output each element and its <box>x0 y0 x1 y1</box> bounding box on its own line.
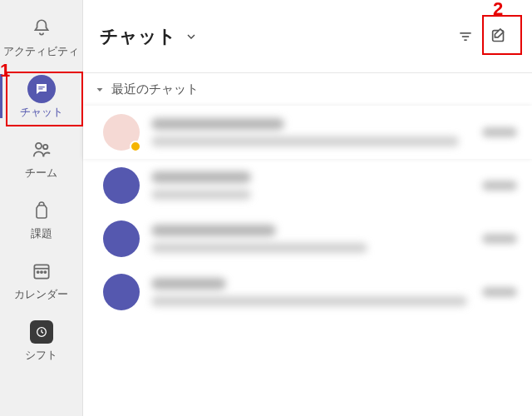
caret-down-icon <box>95 85 105 95</box>
chat-preview <box>151 171 470 200</box>
rail-item-assignments[interactable]: 課題 <box>0 187 82 248</box>
page-title: チャット <box>100 24 176 49</box>
presence-away-icon <box>130 141 141 152</box>
chat-time <box>482 181 517 191</box>
header-title-group[interactable]: チャット <box>100 24 198 49</box>
rail-item-calendar[interactable]: カレンダー <box>0 248 82 309</box>
svg-point-2 <box>36 143 42 149</box>
section-label: 最近のチャット <box>111 82 199 97</box>
chat-preview <box>151 225 470 253</box>
chat-row[interactable] <box>83 106 532 159</box>
calendar-icon <box>27 256 57 286</box>
rail-item-chat[interactable]: チャット <box>0 66 82 126</box>
chat-preview <box>151 118 470 146</box>
compose-button[interactable] <box>482 20 515 53</box>
svg-rect-0 <box>38 87 45 87</box>
svg-point-3 <box>42 145 47 149</box>
avatar <box>103 114 140 151</box>
chat-header: チャット <box>83 0 532 73</box>
avatar <box>103 167 140 204</box>
rail-label: アクティビティ <box>3 45 79 59</box>
recent-section-header[interactable]: 最近のチャット <box>83 73 532 106</box>
rail-item-shifts[interactable]: シフト <box>0 309 82 369</box>
avatar <box>103 220 140 257</box>
chat-preview <box>151 278 470 306</box>
chevron-down-icon <box>185 30 198 43</box>
svg-point-7 <box>40 271 42 273</box>
rail-item-teams[interactable]: チーム <box>0 126 82 187</box>
chat-row[interactable] <box>83 212 532 265</box>
avatar <box>103 274 140 310</box>
rail-label: シフト <box>25 349 57 363</box>
rail-label: 課題 <box>31 227 52 241</box>
bell-icon <box>27 13 57 43</box>
rail-label: カレンダー <box>14 288 68 302</box>
chat-list <box>83 106 532 416</box>
teams-icon <box>27 135 57 165</box>
chat-time <box>482 287 517 297</box>
chat-icon <box>27 75 56 103</box>
assignments-icon <box>27 196 57 225</box>
rail-item-activity[interactable]: アクティビティ <box>0 5 82 66</box>
shifts-icon <box>30 320 53 344</box>
chat-time <box>482 234 517 244</box>
app-rail: アクティビティ チャット <box>0 0 83 416</box>
rail-label: チャット <box>20 106 63 120</box>
main-panel: チャット 最近のチャット <box>83 0 532 416</box>
svg-rect-1 <box>38 88 42 89</box>
rail-label: チーム <box>25 166 57 181</box>
chat-row[interactable] <box>83 265 532 319</box>
compose-icon <box>490 27 508 46</box>
filter-button[interactable] <box>449 20 482 53</box>
chat-time <box>482 127 517 137</box>
svg-point-8 <box>44 271 46 273</box>
filter-icon <box>457 28 474 45</box>
svg-point-6 <box>37 271 38 273</box>
chat-row[interactable] <box>83 159 532 212</box>
